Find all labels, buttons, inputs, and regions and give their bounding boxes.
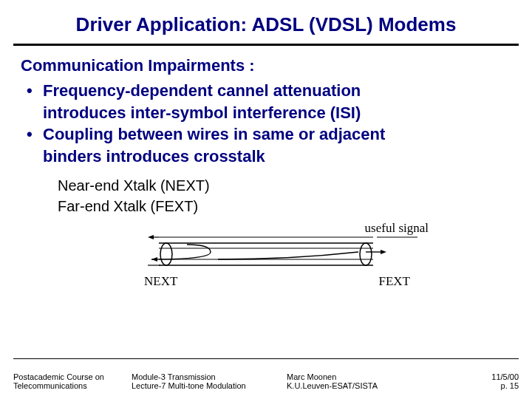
footer-date: 11/5/00 [434,372,519,381]
footer-course: Postacademic Course on Telecommunication… [13,372,132,390]
footer-page: p. 15 [434,381,519,390]
svg-marker-8 [148,235,154,239]
xtalk-far: Far-end Xtalk (FEXT) [58,196,511,216]
slide-title: Driver Application: ADSL (VDSL) Modems [0,0,532,44]
footer-author-name: Marc Moonen [287,372,434,381]
footer-author: Marc Moonen K.U.Leuven-ESAT/SISTA [287,372,434,390]
footer-meta: 11/5/00 p. 15 [434,372,519,390]
footer: Postacademic Course on Telecommunication… [0,372,532,390]
bullet-list: Frequency-dependent cannel attenuation i… [21,80,511,168]
xtalk-near: Near-end Xtalk (NEXT) [58,175,511,196]
bullet-line: binders introduces crosstalk [43,146,511,168]
footer-course-line2: Telecommunications [13,381,132,390]
bullet-line: Frequency-dependent cannel attenuation [43,81,361,100]
svg-marker-10 [151,257,157,262]
cable-diagram: useful signal [107,222,425,296]
bullet-line: Coupling between wires in same or adjace… [43,125,385,143]
section-heading: Communication Impairments : [21,56,511,75]
footer-module: Module-3 Transmission Lecture-7 Multi-to… [132,372,287,390]
fext-label: FEXT [379,274,411,289]
footer-author-affil: K.U.Leuven-ESAT/SISTA [287,381,434,390]
xtalk-block: Near-end Xtalk (NEXT) Far-end Xtalk (FEX… [21,168,511,216]
footer-module-line: Module-3 Transmission [132,372,287,381]
bullet-item: Frequency-dependent cannel attenuation i… [27,80,511,123]
footer-course-line1: Postacademic Course on [13,372,132,381]
bullet-line: introduces inter-symbol interference (IS… [43,102,511,124]
svg-marker-12 [381,250,386,254]
footer-lecture-line: Lecture-7 Multi-tone Modulation [132,381,287,390]
footer-rule [13,358,519,359]
next-label: NEXT [144,274,177,289]
svg-point-5 [360,243,372,265]
bullet-item: Coupling between wires in same or adjace… [27,123,511,167]
content-area: Communication Impairments : Frequency-de… [0,56,532,296]
title-rule [13,44,519,46]
svg-point-4 [160,243,172,265]
useful-signal-label: useful signal [365,221,429,236]
